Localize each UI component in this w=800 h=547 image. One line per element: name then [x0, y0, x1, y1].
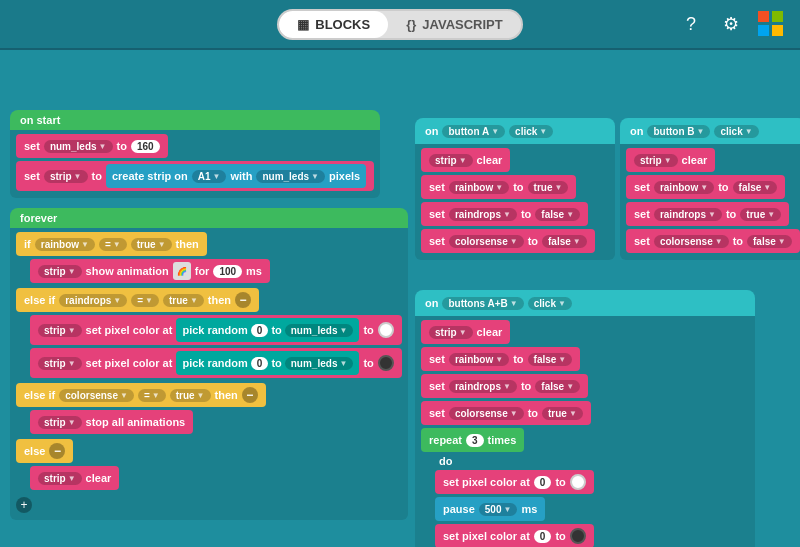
- color-black[interactable]: [378, 355, 394, 371]
- true-pill-b[interactable]: true ▼: [740, 208, 781, 221]
- show-animation-block[interactable]: strip ▼ show animation 🌈 for 100 ms: [30, 259, 270, 283]
- btn-a-clear-block[interactable]: strip ▼ clear: [421, 148, 510, 172]
- set-num-leds-block[interactable]: set num_leds ▼ to 160: [16, 134, 168, 158]
- false-pill-b1[interactable]: false ▼: [733, 181, 778, 194]
- raindrops-pill-b[interactable]: raindrops ▼: [654, 208, 722, 221]
- strip-pill-a1[interactable]: strip ▼: [429, 154, 473, 167]
- btn-a-raindrops-row: set raindrops ▼ to false ▼: [421, 202, 609, 226]
- click-pill-b[interactable]: click ▼: [714, 125, 758, 138]
- else-if-colorsense-stmt[interactable]: else if colorsense ▼ = ▼ true ▼ then −: [16, 383, 266, 407]
- settings-icon[interactable]: ⚙: [718, 11, 744, 37]
- ab-clear-block[interactable]: strip ▼ clear: [421, 320, 510, 344]
- colorsense-pill-ab[interactable]: colorsense ▼: [449, 407, 524, 420]
- true-pill[interactable]: true ▼: [131, 238, 172, 251]
- create-strip-block[interactable]: create strip on A1 ▼ with num_leds ▼ pix…: [106, 164, 366, 188]
- btn-a-colorsense-block[interactable]: set colorsense ▼ to false ▼: [421, 229, 595, 253]
- on-button-a-hat[interactable]: on button A ▼ click ▼: [415, 118, 615, 144]
- value-160[interactable]: 160: [131, 140, 160, 153]
- strip-pill[interactable]: strip ▼: [44, 170, 88, 183]
- a1-pill[interactable]: A1 ▼: [192, 170, 227, 183]
- set-pixel-white-block[interactable]: strip ▼ set pixel color at pick random 0…: [30, 315, 402, 345]
- else-if-raindrops-stmt[interactable]: else if raindrops ▼ = ▼ true ▼ then −: [16, 288, 259, 312]
- num-leds-pill4[interactable]: num_leds ▼: [285, 357, 354, 370]
- btn-b-colorsense-block[interactable]: set colorsense ▼ to false ▼: [626, 229, 800, 253]
- else-stmt[interactable]: else −: [16, 439, 73, 463]
- ab-raindrops-block[interactable]: set raindrops ▼ to false ▼: [421, 374, 588, 398]
- strip-pill4[interactable]: strip ▼: [38, 324, 82, 337]
- stop-all-block[interactable]: strip ▼ stop all animations: [30, 410, 193, 434]
- eq-pill[interactable]: = ▼: [99, 238, 127, 251]
- eq-pill2[interactable]: = ▼: [131, 294, 159, 307]
- btn-a-rainbow-block[interactable]: set rainbow ▼ to true ▼: [421, 175, 576, 199]
- false-pill-a2[interactable]: false ▼: [542, 235, 587, 248]
- minus-btn2[interactable]: −: [242, 387, 258, 403]
- false-pill-ab2[interactable]: false ▼: [535, 380, 580, 393]
- true-pill-ab[interactable]: true ▼: [542, 407, 583, 420]
- else-clear-block[interactable]: strip ▼ clear: [30, 466, 119, 490]
- rainbow-pill-ab[interactable]: rainbow ▼: [449, 353, 509, 366]
- strip-pill-ab1[interactable]: strip ▼: [429, 326, 473, 339]
- set-pixel-black-block[interactable]: strip ▼ set pixel color at pick random 0…: [30, 348, 402, 378]
- num-leds-pill2[interactable]: num_leds ▼: [256, 170, 325, 183]
- btn-a-raindrops-block[interactable]: set raindrops ▼ to false ▼: [421, 202, 588, 226]
- buttons-ab-pill[interactable]: buttons A+B ▼: [442, 297, 523, 310]
- help-icon[interactable]: ?: [678, 11, 704, 37]
- true-pill2[interactable]: true ▼: [163, 294, 204, 307]
- num-leds-pill[interactable]: num_leds ▼: [44, 140, 113, 153]
- minus-btn1[interactable]: −: [235, 292, 251, 308]
- value-100[interactable]: 100: [213, 265, 242, 278]
- false-pill-b2[interactable]: false ▼: [747, 235, 792, 248]
- color-white[interactable]: [378, 322, 394, 338]
- btn-b-rainbow-block[interactable]: set rainbow ▼ to false ▼: [626, 175, 785, 199]
- color-black2[interactable]: [570, 528, 586, 544]
- click-pill-ab[interactable]: click ▼: [528, 297, 572, 310]
- pause-500-1-block[interactable]: pause 500 ▼ ms: [435, 497, 545, 521]
- true-pill3[interactable]: true ▼: [170, 389, 211, 402]
- raindrops-cond-pill[interactable]: raindrops ▼: [59, 294, 127, 307]
- on-button-b-hat[interactable]: on button B ▼ click ▼: [620, 118, 800, 144]
- colorsense-cond-pill[interactable]: colorsense ▼: [59, 389, 134, 402]
- pause-val1[interactable]: 500 ▼: [479, 503, 518, 516]
- true-toggle-a[interactable]: true ▼: [528, 181, 569, 194]
- repeat-num[interactable]: 3: [466, 434, 484, 447]
- tab-blocks[interactable]: ▦ BLOCKS: [279, 11, 388, 38]
- click-pill-a[interactable]: click ▼: [509, 125, 553, 138]
- false-pill-a1[interactable]: false ▼: [535, 208, 580, 221]
- tab-javascript[interactable]: {} JAVASCRIPT: [388, 11, 521, 38]
- ab-colorsense-block[interactable]: set colorsense ▼ to true ▼: [421, 401, 591, 425]
- anim-icon[interactable]: 🌈: [173, 262, 191, 280]
- repeat-stmt[interactable]: repeat 3 times: [421, 428, 524, 452]
- button-b-pill[interactable]: button B ▼: [647, 125, 710, 138]
- btn-b-raindrops-block[interactable]: set raindrops ▼ to true ▼: [626, 202, 789, 226]
- raindrops-pill-ab[interactable]: raindrops ▼: [449, 380, 517, 393]
- if-rainbow-stmt[interactable]: if rainbow ▼ = ▼ true ▼ then: [16, 232, 207, 256]
- eq-pill3[interactable]: = ▼: [138, 389, 166, 402]
- colorsense-pill-a[interactable]: colorsense ▼: [449, 235, 524, 248]
- num-leds-pill3[interactable]: num_leds ▼: [285, 324, 354, 337]
- strip-pill-b1[interactable]: strip ▼: [634, 154, 678, 167]
- strip-pill3[interactable]: strip ▼: [38, 265, 82, 278]
- button-a-pill[interactable]: button A ▼: [442, 125, 505, 138]
- set-pixel-0-black-block[interactable]: set pixel color at 0 to: [435, 524, 594, 547]
- btn-b-clear-block[interactable]: strip ▼ clear: [626, 148, 715, 172]
- rainbow-pill-a[interactable]: rainbow ▼: [449, 181, 509, 194]
- rainbow-pill-b[interactable]: rainbow ▼: [654, 181, 714, 194]
- set-strip-block[interactable]: set strip ▼ to create strip on A1 ▼ with…: [16, 161, 374, 191]
- strip-pill6[interactable]: strip ▼: [38, 416, 82, 429]
- set-pixel-0-black-row: set pixel color at 0 to: [435, 524, 749, 547]
- strip-pill7[interactable]: strip ▼: [38, 472, 82, 485]
- ms-logo[interactable]: [758, 11, 784, 37]
- rainbow-cond-pill[interactable]: rainbow ▼: [35, 238, 95, 251]
- on-buttons-ab-hat[interactable]: on buttons A+B ▼ click ▼: [415, 290, 755, 316]
- pick-random-black[interactable]: pick random 0 to num_leds ▼: [176, 351, 359, 375]
- pick-random-white[interactable]: pick random 0 to num_leds ▼: [176, 318, 359, 342]
- false-pill-ab1[interactable]: false ▼: [528, 353, 573, 366]
- raindrops-pill-a[interactable]: raindrops ▼: [449, 208, 517, 221]
- add-branch-btn[interactable]: +: [16, 497, 32, 513]
- ab-rainbow-block[interactable]: set rainbow ▼ to false ▼: [421, 347, 580, 371]
- strip-pill5[interactable]: strip ▼: [38, 357, 82, 370]
- colorsense-pill-b[interactable]: colorsense ▼: [654, 235, 729, 248]
- set-pixel-0-white-block[interactable]: set pixel color at 0 to: [435, 470, 594, 494]
- color-white2[interactable]: [570, 474, 586, 490]
- minus-btn3[interactable]: −: [49, 443, 65, 459]
